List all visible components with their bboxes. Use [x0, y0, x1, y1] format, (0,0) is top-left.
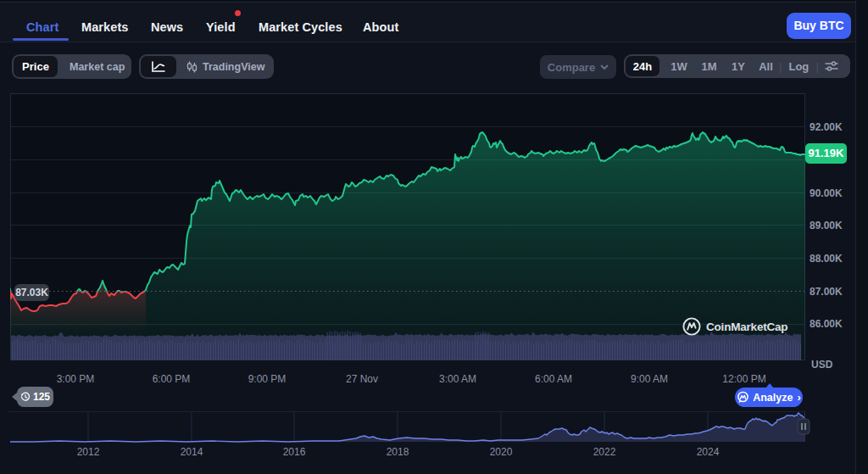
svg-text:3:00 AM: 3:00 AM: [439, 373, 476, 385]
svg-text:89.00K: 89.00K: [810, 220, 843, 231]
svg-text:92.00K: 92.00K: [810, 121, 843, 133]
svg-text:2012: 2012: [77, 446, 100, 458]
svg-text:86.00K: 86.00K: [810, 318, 843, 330]
svg-text:90.00K: 90.00K: [810, 187, 843, 199]
svg-text:USD: USD: [811, 359, 833, 371]
svg-text:2020: 2020: [490, 446, 513, 458]
svg-text:87.00K: 87.00K: [810, 286, 843, 298]
svg-text:6:00 PM: 6:00 PM: [153, 373, 191, 385]
svg-text:88.00K: 88.00K: [810, 253, 843, 265]
svg-text:27 Nov: 27 Nov: [346, 373, 378, 385]
svg-text:3:00 PM: 3:00 PM: [57, 373, 95, 385]
svg-text:2016: 2016: [283, 446, 306, 458]
svg-text:2014: 2014: [181, 446, 203, 458]
svg-text:9:00 AM: 9:00 AM: [631, 373, 668, 385]
svg-text:6:00 AM: 6:00 AM: [535, 373, 572, 385]
svg-text:2018: 2018: [387, 446, 409, 458]
svg-text:9:00 PM: 9:00 PM: [248, 373, 287, 385]
svg-text:12:00 PM: 12:00 PM: [722, 373, 765, 385]
svg-text:2022: 2022: [593, 446, 616, 458]
svg-text:2024: 2024: [697, 446, 720, 458]
